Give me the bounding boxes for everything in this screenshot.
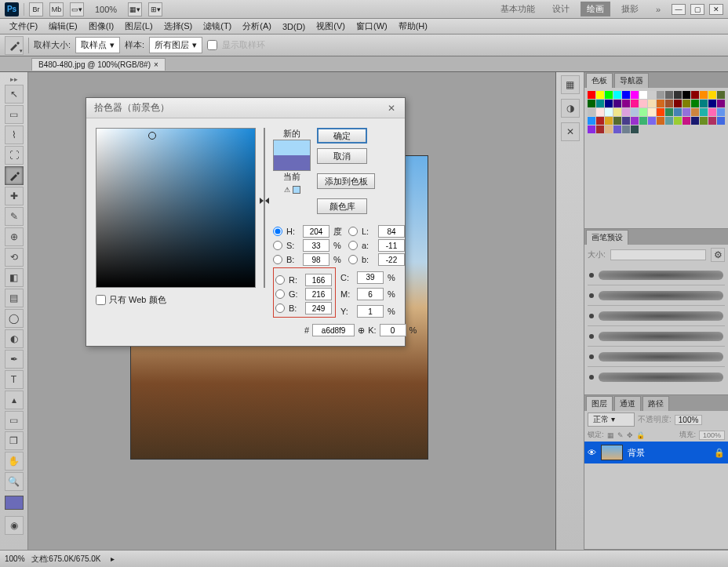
swatch[interactable] — [657, 117, 664, 125]
swatch[interactable] — [708, 91, 716, 99]
status-doc[interactable]: 文档:675.0K/675.0K — [31, 554, 101, 565]
swatch[interactable] — [665, 100, 673, 107]
brush-preset[interactable] — [588, 306, 725, 326]
gradient-tool[interactable]: ▤ — [5, 289, 24, 307]
s-input[interactable] — [303, 239, 329, 252]
r-radio[interactable] — [275, 275, 285, 285]
guides-icon[interactable]: ⊞▾ — [148, 2, 162, 16]
eraser-tool[interactable]: ◧ — [5, 268, 24, 287]
swatch[interactable] — [596, 100, 604, 107]
add-swatch-button[interactable]: 添加到色板 — [317, 173, 375, 189]
dialog-close-icon[interactable]: ✕ — [386, 103, 397, 114]
brush-size-input[interactable] — [610, 249, 706, 260]
arrange-icon[interactable]: ▦▾ — [128, 2, 142, 16]
workspace-tab-paint[interactable]: 绘画 — [581, 2, 610, 16]
tools-panel-icon[interactable]: ✕ — [561, 122, 580, 141]
m-input[interactable] — [357, 288, 384, 300]
a-input[interactable] — [378, 239, 405, 252]
swatch[interactable] — [631, 125, 639, 133]
swatch[interactable] — [588, 108, 595, 116]
swatch[interactable] — [691, 117, 699, 125]
swatch[interactable] — [717, 108, 725, 116]
swatch[interactable] — [717, 117, 725, 125]
web-only-checkbox[interactable] — [96, 295, 106, 305]
swatch[interactable] — [639, 91, 647, 99]
swatch[interactable] — [622, 100, 630, 107]
ok-button[interactable]: 确定 — [317, 128, 367, 144]
eyedropper-tool[interactable] — [5, 166, 24, 185]
swatch[interactable] — [631, 91, 639, 99]
swatch[interactable] — [605, 117, 613, 125]
tab-channels[interactable]: 通道 — [614, 396, 641, 411]
swatch[interactable] — [613, 125, 621, 133]
k-input[interactable] — [380, 324, 406, 336]
tab-layers[interactable]: 图层 — [586, 396, 613, 411]
r-input[interactable] — [305, 274, 332, 286]
close-tab-icon[interactable]: × — [154, 60, 158, 69]
marquee-tool[interactable]: ▭ — [5, 105, 24, 124]
crop-tool[interactable]: ⛶ — [5, 146, 24, 165]
swatch[interactable] — [605, 108, 613, 116]
workspace-tab-basic[interactable]: 基本功能 — [494, 2, 541, 16]
swatch[interactable] — [700, 91, 708, 99]
swatches-panel-icon[interactable]: ▦ — [561, 75, 580, 94]
hex-input[interactable] — [312, 324, 355, 336]
swatch[interactable] — [605, 91, 613, 99]
swatch[interactable] — [648, 100, 656, 107]
swatch[interactable] — [657, 91, 664, 99]
swatch[interactable] — [665, 108, 673, 116]
workspace-tab-photo[interactable]: 摄影 — [615, 2, 645, 16]
history-brush-tool[interactable]: ⟲ — [5, 248, 24, 267]
h-input[interactable] — [303, 225, 329, 238]
y-input[interactable] — [357, 305, 384, 318]
swatch[interactable] — [631, 100, 639, 107]
workspace-tab-design[interactable]: 设计 — [546, 2, 576, 16]
swatch[interactable] — [682, 117, 690, 125]
adjustments-panel-icon[interactable]: ◑ — [561, 99, 580, 118]
stamp-tool[interactable]: ⊕ — [5, 227, 24, 246]
swatch[interactable] — [588, 100, 595, 107]
swatch[interactable] — [605, 100, 613, 107]
lab-b-input[interactable] — [378, 253, 405, 266]
swatch[interactable] — [622, 108, 630, 116]
tab-swatches[interactable]: 色板 — [586, 73, 613, 88]
swatch[interactable] — [622, 117, 630, 125]
brush-preset[interactable] — [588, 367, 725, 383]
lock-paint-icon[interactable]: ✎ — [617, 431, 624, 439]
swatch[interactable] — [682, 100, 690, 107]
menu-window[interactable]: 窗口(W) — [351, 19, 392, 34]
heal-tool[interactable]: ✚ — [5, 187, 24, 205]
a-radio[interactable] — [348, 241, 358, 250]
swatch[interactable] — [657, 108, 664, 116]
bridge-icon[interactable]: Br — [29, 2, 43, 16]
swatch[interactable] — [639, 108, 647, 116]
swatch[interactable] — [682, 91, 690, 99]
swatch[interactable] — [708, 100, 716, 107]
swatch[interactable] — [648, 117, 656, 125]
lab-b-radio[interactable] — [348, 255, 358, 264]
menu-filter[interactable]: 滤镜(T) — [198, 19, 236, 34]
brush-preset[interactable] — [588, 326, 725, 347]
swatch[interactable] — [708, 108, 716, 116]
zoom-tool[interactable]: 🔍 — [5, 472, 24, 491]
swatch[interactable] — [596, 108, 604, 116]
3d-tool[interactable]: ❒ — [5, 431, 24, 450]
menu-select[interactable]: 选择(S) — [159, 19, 198, 34]
lasso-tool[interactable]: ⌇ — [5, 125, 24, 144]
brush-preset[interactable] — [588, 265, 725, 285]
s-radio[interactable] — [273, 241, 282, 250]
swatch[interactable] — [605, 125, 613, 133]
hand-tool[interactable]: ✋ — [5, 452, 24, 471]
pen-tool[interactable]: ✒ — [5, 350, 24, 369]
blur-tool[interactable]: ◯ — [5, 309, 24, 328]
maximize-button[interactable]: ▢ — [690, 4, 704, 15]
shape-tool[interactable]: ▭ — [5, 411, 24, 430]
sample-size-dropdown[interactable]: 取样点▾ — [75, 37, 120, 53]
l-radio[interactable] — [348, 227, 358, 236]
menu-analysis[interactable]: 分析(A) — [238, 19, 276, 34]
g-input[interactable] — [305, 288, 332, 300]
color-field[interactable] — [96, 128, 256, 288]
dodge-tool[interactable]: ◐ — [5, 329, 24, 348]
status-arrow-icon[interactable]: ▸ — [111, 554, 115, 563]
swatch[interactable] — [613, 108, 621, 116]
